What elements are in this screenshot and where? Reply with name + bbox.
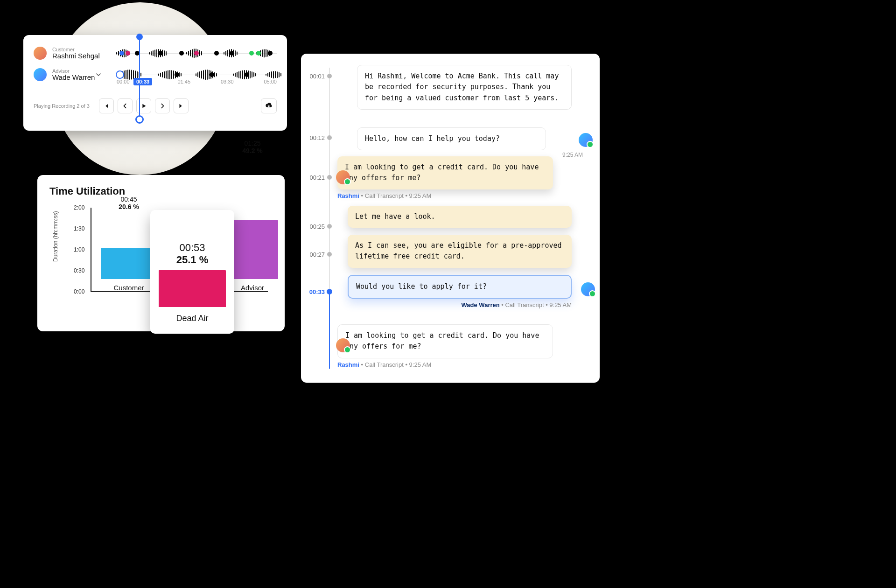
bar-deadair-rect: [159, 270, 226, 307]
tick-0: 00:00: [117, 79, 130, 84]
chart-y-axis: [91, 208, 91, 292]
customer-avatar-bubble-1: [336, 170, 350, 184]
prev-button[interactable]: [118, 98, 133, 113]
next-button[interactable]: [155, 98, 170, 113]
advisor-avatar-bubble: [579, 133, 593, 147]
audio-player-card: Customer Rashmi Sehgal Advisor Wade Warr…: [23, 35, 287, 131]
transcript-card: 00:01 00:12 00:21 00:25 00:27 00:33 Hi R…: [301, 54, 600, 383]
advisor-identity[interactable]: Advisor Wade Warren: [52, 68, 111, 82]
tick-3: 05:00: [264, 79, 277, 84]
skip-back-button[interactable]: [99, 98, 114, 113]
msg-5[interactable]: As I can see, you are eligible for a pre…: [348, 235, 572, 268]
time-4: 00:25: [304, 223, 325, 230]
msg-2-time: 9:25 AM: [562, 152, 583, 158]
msg-1[interactable]: Hi Rashmi, Welcome to Acme Bank. This ca…: [357, 65, 572, 110]
timeline-ticks: 00:00 01:45 03:30 05:00: [117, 79, 277, 84]
msg-6-current[interactable]: Would you like to apply for it?: [348, 275, 572, 299]
msg-4[interactable]: Let me have a look.: [348, 206, 572, 228]
msg-7-meta: Rashmi • Call Transcript • 9:25 AM: [337, 361, 553, 368]
time-6-current: 00:33: [304, 288, 325, 295]
time-2: 00:12: [304, 134, 325, 141]
bar-customer-percent: 20.6 %: [101, 203, 157, 210]
msg-3-meta: Rashmi • Call Transcript • 9:25 AM: [337, 192, 553, 199]
bar-deadair-duration: 00:53: [159, 242, 226, 254]
advisor-role-label: Advisor: [52, 68, 95, 74]
msg-2[interactable]: Hello, how can I help you today?: [357, 127, 546, 150]
customer-identity: Customer Rashmi Sehgal: [52, 47, 111, 60]
ytick-3: 1:30: [74, 225, 84, 232]
bar-advisor-percent: 49.2 %: [227, 147, 278, 154]
msg-3[interactable]: I am looking to get a credit card. Do yo…: [337, 156, 553, 189]
ytick-1: 0:30: [74, 267, 84, 274]
tick-1: 01:45: [177, 79, 190, 84]
advisor-avatar-bubble-2: [581, 282, 595, 296]
bar-deadair-popout: 00:53 25.1 % Dead Air: [150, 210, 234, 334]
tick-2: 03:30: [221, 79, 234, 84]
bar-advisor-duration: 01:25: [227, 140, 278, 147]
time-3: 00:21: [304, 174, 325, 181]
customer-avatar-bubble-2: [336, 338, 350, 352]
bar-customer-duration: 00:45: [101, 196, 157, 203]
chart-y-axis-label: Duration (hh:mm:ss): [52, 211, 59, 262]
bar-advisor-rect: [227, 220, 278, 279]
time-1: 00:01: [304, 73, 325, 80]
bar-customer-label: Customer: [101, 284, 157, 292]
advisor-name: Wade Warren: [52, 74, 95, 82]
bar-deadair-label: Dead Air: [159, 314, 226, 323]
customer-role-label: Customer: [52, 47, 111, 52]
bar-advisor-label: Advisor: [227, 284, 278, 292]
bar-customer-rect: [101, 248, 157, 279]
msg-7[interactable]: I am looking to get a credit card. Do yo…: [337, 324, 553, 358]
ytick-2: 1:00: [74, 246, 84, 253]
chevron-down-icon: [96, 72, 101, 77]
recording-status: Playing Recording 2 of 3: [34, 103, 94, 109]
bar-deadair-percent: 25.1 %: [159, 254, 226, 266]
ytick-0: 0:00: [74, 288, 84, 295]
transcript-timeline-live: [329, 289, 330, 369]
msg-6-meta: Wade Warren • Call Transcript • 9:25 AM: [348, 301, 572, 308]
loop-marker-icon[interactable]: [116, 70, 124, 79]
customer-avatar: [34, 47, 47, 60]
chart-title: Time Utilization: [49, 185, 273, 197]
advisor-avatar: [34, 68, 47, 81]
bar-advisor: 01:25 49.2 % Advisor: [227, 220, 278, 292]
ytick-4: 2:00: [74, 204, 84, 211]
play-button[interactable]: [136, 98, 151, 113]
skip-forward-button[interactable]: [174, 98, 189, 113]
time-5: 00:27: [304, 251, 325, 258]
customer-waveform[interactable]: [116, 47, 277, 59]
transcript-timeline: [329, 68, 330, 369]
bar-customer: 00:45 20.6 % Customer: [101, 248, 157, 292]
customer-name: Rashmi Sehgal: [52, 52, 111, 60]
download-button[interactable]: [261, 98, 277, 113]
